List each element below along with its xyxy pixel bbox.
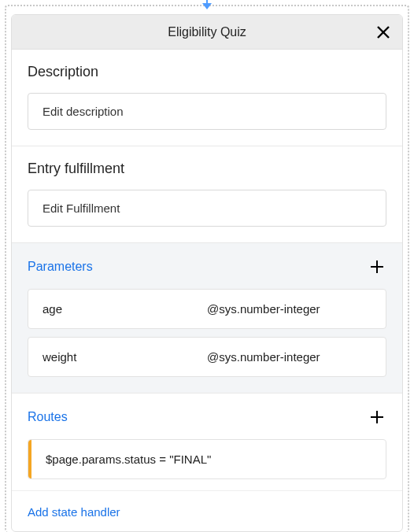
parameters-section: Parameters age @sys.number-integer weigh… xyxy=(12,243,402,393)
parameter-type: @sys.number-integer xyxy=(207,350,371,364)
edit-description-field[interactable]: Edit description xyxy=(28,93,386,130)
close-icon xyxy=(376,25,390,39)
add-route-button[interactable] xyxy=(368,408,386,427)
page-config-panel: Eligibility Quiz Description Edit descri… xyxy=(11,14,403,532)
route-row[interactable]: $page.params.status = "FINAL" xyxy=(28,439,386,479)
panel-body: Description Edit description Entry fulfi… xyxy=(12,50,402,532)
description-section: Description Edit description xyxy=(12,50,402,146)
description-heading: Description xyxy=(28,64,386,80)
entry-fulfillment-heading: Entry fulfillment xyxy=(28,161,386,177)
route-condition: $page.params.status = "FINAL" xyxy=(31,440,225,478)
incoming-arrow-icon xyxy=(200,0,214,13)
plus-icon xyxy=(369,409,385,425)
entry-fulfillment-section: Entry fulfillment Edit Fulfillment xyxy=(12,146,402,243)
add-handler-section: Add state handler xyxy=(12,491,402,532)
plus-icon xyxy=(369,259,385,275)
routes-section: Routes $page.params.status = "FINAL" xyxy=(12,393,402,491)
edit-fulfillment-field[interactable]: Edit Fulfillment xyxy=(28,190,386,227)
close-button[interactable] xyxy=(372,21,394,43)
add-parameter-button[interactable] xyxy=(368,257,386,276)
routes-label[interactable]: Routes xyxy=(28,410,68,424)
parameter-row[interactable]: weight @sys.number-integer xyxy=(28,337,386,377)
add-state-handler-link[interactable]: Add state handler xyxy=(28,505,120,519)
parameters-label[interactable]: Parameters xyxy=(28,260,93,274)
routes-heading: Routes xyxy=(28,408,386,427)
svg-marker-1 xyxy=(202,3,212,9)
parameter-type: @sys.number-integer xyxy=(207,302,371,316)
panel-header: Eligibility Quiz xyxy=(12,15,402,50)
parameter-row[interactable]: age @sys.number-integer xyxy=(28,289,386,329)
panel-title: Eligibility Quiz xyxy=(168,25,246,39)
parameters-heading: Parameters xyxy=(28,257,386,276)
parameter-name: age xyxy=(43,302,207,316)
parameter-name: weight xyxy=(43,350,207,364)
